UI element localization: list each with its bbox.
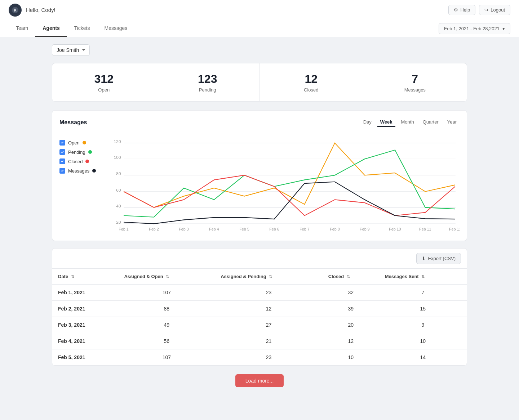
period-btn-day[interactable]: Day: [360, 118, 374, 127]
chart-area: 20 40 60 80 100 120 Feb 1 Feb: [110, 133, 460, 233]
cell-pending-0: 23: [215, 285, 323, 301]
legend-closed-dot: [85, 160, 89, 163]
sort-icon-date[interactable]: ⇅: [71, 274, 74, 279]
svg-text:K: K: [14, 8, 17, 12]
period-btn-week[interactable]: Week: [377, 118, 395, 127]
cell-date-3: Feb 4, 2021: [52, 333, 118, 349]
nav-tabs: Team Agents Tickets Messages: [9, 20, 134, 37]
svg-text:Feb 5: Feb 5: [239, 227, 249, 232]
tab-agents[interactable]: Agents: [35, 20, 67, 37]
stat-pending: 123 Pending: [156, 63, 260, 101]
tab-messages[interactable]: Messages: [97, 20, 135, 37]
cell-messages-1: 15: [379, 301, 467, 317]
tab-tickets[interactable]: Tickets: [67, 20, 97, 37]
period-btn-quarter[interactable]: Quarter: [420, 118, 442, 127]
svg-text:Feb 9: Feb 9: [360, 227, 370, 232]
date-range-label: Feb 1, 2021 - Feb 28,2021: [444, 26, 500, 31]
sort-icon-open[interactable]: ⇅: [166, 274, 169, 279]
table-toolbar: ⬇ Export (CSV): [52, 249, 467, 269]
gear-icon: ⚙: [454, 7, 458, 13]
table-row: Feb 3, 2021 49 27 20 9: [52, 317, 467, 333]
help-button[interactable]: ⚙ Help: [448, 5, 475, 15]
load-more-section: Load more...: [52, 366, 467, 396]
stat-closed-number: 12: [268, 72, 354, 86]
legend-messages-dot: [92, 169, 96, 173]
cell-pending-2: 27: [215, 317, 323, 333]
svg-text:Feb 2: Feb 2: [149, 227, 159, 232]
sort-icon-messages[interactable]: ⇅: [421, 274, 425, 279]
cell-open-1: 88: [118, 301, 215, 317]
stat-closed-label: Closed: [268, 87, 354, 93]
line-chart-svg: 20 40 60 80 100 120 Feb 1 Feb: [110, 133, 460, 233]
cell-open-3: 56: [118, 333, 215, 349]
legend-closed: Closed: [59, 158, 103, 164]
table-row: Feb 4, 2021 56 21 12 10: [52, 333, 467, 349]
stat-pending-number: 123: [165, 72, 251, 86]
data-table: Date ⇅ Assigned & Open ⇅ Assigned & Pend…: [52, 269, 467, 365]
legend-open-dot: [83, 141, 86, 144]
svg-text:Feb 11: Feb 11: [419, 227, 431, 232]
stat-messages-label: Messages: [372, 87, 458, 93]
cell-open-2: 49: [118, 317, 215, 333]
stat-cards: 312 Open 123 Pending 12 Closed 7 Message…: [52, 63, 467, 102]
table-row: Feb 1, 2021 107 23 32 7: [52, 285, 467, 301]
header-left: K Hello, Cody!: [9, 4, 56, 17]
agent-select-dropdown[interactable]: Joe Smith: [52, 44, 90, 56]
download-icon: ⬇: [422, 256, 426, 261]
sort-icon-pending[interactable]: ⇅: [269, 274, 272, 279]
stat-open-number: 312: [61, 72, 147, 86]
svg-text:Feb 8: Feb 8: [330, 227, 340, 232]
chart-title: Messages: [59, 119, 87, 126]
legend-closed-label: Closed: [68, 159, 83, 164]
cell-open-4: 107: [118, 349, 215, 366]
legend-closed-checkbox[interactable]: [59, 158, 65, 164]
col-closed: Closed ⇅: [323, 269, 379, 285]
date-range-selector[interactable]: Feb 1, 2021 - Feb 28,2021 ▾: [439, 23, 510, 34]
legend-open-label: Open: [68, 140, 80, 146]
main-content: Joe Smith 312 Open 123 Pending 12 Closed…: [43, 37, 476, 403]
col-assigned-pending: Assigned & Pending ⇅: [215, 269, 323, 285]
tab-team[interactable]: Team: [9, 20, 35, 37]
greeting: Hello, Cody!: [26, 7, 56, 13]
header: K Hello, Cody! ⚙ Help ↪ Logout: [0, 0, 519, 20]
period-btn-month[interactable]: Month: [398, 118, 417, 127]
table-section: ⬇ Export (CSV) Date ⇅ Assigned & Open ⇅ …: [52, 248, 467, 366]
sort-icon-closed[interactable]: ⇅: [347, 274, 350, 279]
chevron-down-icon: ▾: [502, 26, 505, 31]
svg-text:Feb 7: Feb 7: [300, 227, 310, 232]
stat-messages-number: 7: [372, 72, 458, 86]
table-row: Feb 5, 2021 107 23 10 14: [52, 349, 467, 366]
export-csv-button[interactable]: ⬇ Export (CSV): [416, 253, 461, 264]
svg-text:Feb 6: Feb 6: [269, 227, 279, 232]
cell-messages-0: 7: [379, 285, 467, 301]
cell-pending-1: 12: [215, 301, 323, 317]
svg-text:100: 100: [114, 155, 121, 160]
svg-text:Feb 4: Feb 4: [209, 227, 219, 232]
period-btn-year[interactable]: Year: [444, 118, 460, 127]
legend-open-checkbox[interactable]: [59, 140, 65, 146]
legend-messages-checkbox[interactable]: [59, 168, 65, 174]
logout-icon: ↪: [484, 7, 488, 13]
logout-button[interactable]: ↪ Logout: [479, 5, 510, 15]
cell-messages-4: 14: [379, 349, 467, 366]
stat-open: 312 Open: [52, 63, 156, 101]
legend-messages-label: Messages: [68, 168, 89, 174]
cell-date-0: Feb 1, 2021: [52, 285, 118, 301]
col-date: Date ⇅: [52, 269, 118, 285]
svg-text:60: 60: [116, 188, 121, 193]
svg-text:80: 80: [116, 171, 121, 177]
chart-container: Open Pending Closed: [59, 133, 460, 233]
header-right: ⚙ Help ↪ Logout: [448, 5, 510, 15]
legend-pending: Pending: [59, 149, 103, 155]
svg-text:20: 20: [116, 220, 121, 225]
load-more-button[interactable]: Load more...: [235, 374, 284, 387]
legend-pending-checkbox[interactable]: [59, 149, 65, 155]
stat-pending-label: Pending: [165, 87, 251, 93]
cell-closed-3: 12: [323, 333, 379, 349]
agent-selector: Joe Smith: [52, 44, 467, 56]
legend-messages: Messages: [59, 168, 103, 174]
cell-closed-0: 32: [323, 285, 379, 301]
col-assigned-open: Assigned & Open ⇅: [118, 269, 215, 285]
legend-open: Open: [59, 140, 103, 146]
svg-text:40: 40: [116, 204, 121, 209]
